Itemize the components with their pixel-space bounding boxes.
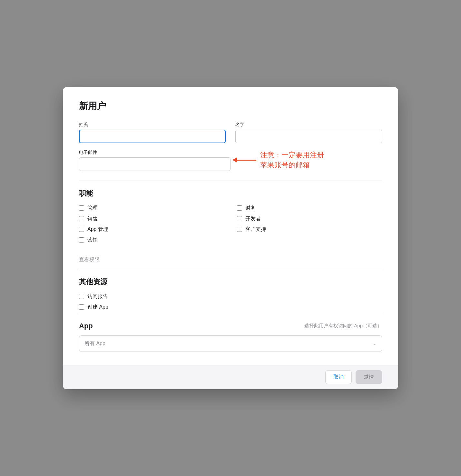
invite-button[interactable]: 邀请 — [356, 370, 382, 384]
checkbox-marketing-label: 营销 — [87, 237, 98, 243]
email-row: 电子邮件 注意：一定要用注册苹果账号的邮箱 — [79, 150, 382, 171]
modal-overlay: 新用户 姓氏 名字 电子邮件 — [0, 0, 461, 476]
checkbox-create-app-input[interactable] — [79, 304, 84, 310]
app-select-dropdown[interactable]: 所有 App ⌄ — [79, 335, 382, 352]
first-name-input[interactable] — [235, 130, 382, 143]
checkbox-admin-input[interactable] — [79, 205, 84, 211]
checkbox-finance-input[interactable] — [237, 205, 242, 211]
other-resources-checkboxes: 访问报告 创建 App — [79, 293, 382, 311]
roles-left-col: 管理 销售 App 管理 营销 — [79, 205, 224, 243]
checkbox-developer-input[interactable] — [237, 216, 242, 221]
checkbox-create-app[interactable]: 创建 App — [79, 304, 382, 311]
email-input[interactable] — [79, 157, 230, 171]
email-label: 电子邮件 — [79, 150, 230, 155]
name-row: 姓氏 名字 — [79, 122, 382, 143]
app-section-title: App — [79, 322, 93, 330]
checkbox-sales-label: 销售 — [87, 215, 98, 222]
annotation-container: 注意：一定要用注册苹果账号的邮箱 — [237, 150, 324, 170]
last-name-group: 姓氏 — [79, 122, 226, 143]
cancel-button[interactable]: 取消 — [325, 370, 352, 384]
first-name-group: 名字 — [235, 122, 382, 143]
checkbox-create-app-label: 创建 App — [87, 304, 108, 311]
checkbox-admin-label: 管理 — [87, 205, 98, 212]
checkbox-customer-support-input[interactable] — [237, 227, 242, 232]
checkbox-marketing[interactable]: 营销 — [79, 237, 224, 243]
checkbox-developer[interactable]: 开发者 — [237, 215, 382, 222]
checkbox-app-mgmt-label: App 管理 — [87, 226, 108, 233]
app-select-text: 所有 App — [84, 340, 105, 347]
modal-footer: 取消 邀请 — [63, 365, 398, 389]
arrow-head — [232, 157, 237, 163]
checkbox-sales[interactable]: 销售 — [79, 215, 224, 222]
view-permissions-link[interactable]: 查看权限 — [79, 256, 100, 263]
roles-right-col: 财务 开发者 客户支持 — [237, 205, 382, 243]
divider-2 — [79, 269, 382, 269]
divider-1 — [79, 181, 382, 181]
checkbox-access-reports[interactable]: 访问报告 — [79, 293, 382, 300]
last-name-input[interactable] — [79, 130, 226, 143]
checkbox-marketing-input[interactable] — [79, 237, 84, 243]
checkbox-access-reports-label: 访问报告 — [87, 293, 108, 300]
chevron-down-icon: ⌄ — [373, 341, 377, 346]
checkbox-access-reports-input[interactable] — [79, 294, 84, 299]
checkbox-app-mgmt[interactable]: App 管理 — [79, 226, 224, 233]
checkbox-sales-input[interactable] — [79, 216, 84, 221]
checkbox-finance-label: 财务 — [245, 205, 256, 212]
annotation-text: 注意：一定要用注册苹果账号的邮箱 — [260, 150, 324, 170]
modal-title: 新用户 — [79, 100, 382, 112]
checkbox-finance[interactable]: 财务 — [237, 205, 382, 212]
new-user-modal: 新用户 姓氏 名字 电子邮件 — [63, 87, 398, 389]
checkbox-app-mgmt-input[interactable] — [79, 227, 84, 232]
divider-3 — [79, 314, 382, 314]
first-name-label: 名字 — [235, 122, 382, 128]
modal-body: 新用户 姓氏 名字 电子邮件 — [63, 87, 398, 352]
last-name-label: 姓氏 — [79, 122, 226, 128]
roles-section-title: 职能 — [79, 189, 382, 198]
app-section-subtitle: 选择此用户有权访问的 App（可选） — [304, 323, 382, 329]
annotation-arrow — [237, 160, 256, 161]
checkbox-admin[interactable]: 管理 — [79, 205, 224, 212]
arrow-line — [237, 160, 256, 161]
checkbox-customer-support-label: 客户支持 — [245, 226, 266, 233]
roles-checkboxes-grid: 管理 销售 App 管理 营销 — [79, 205, 382, 243]
checkbox-customer-support[interactable]: 客户支持 — [237, 226, 382, 233]
email-group: 电子邮件 — [79, 150, 230, 171]
checkbox-developer-label: 开发者 — [245, 215, 261, 222]
other-resources-title: 其他资源 — [79, 277, 382, 287]
app-section-header: App 选择此用户有权访问的 App（可选） — [79, 322, 382, 330]
